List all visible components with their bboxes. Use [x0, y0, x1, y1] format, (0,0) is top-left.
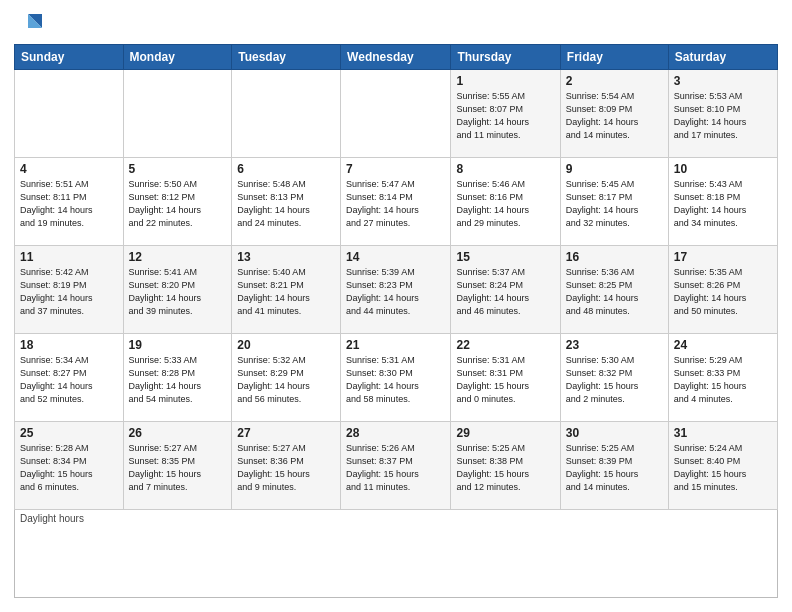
note-row: Daylight hours: [15, 510, 778, 598]
calendar-cell: 24Sunrise: 5:29 AM Sunset: 8:33 PM Dayli…: [668, 334, 777, 422]
calendar-cell: 8Sunrise: 5:46 AM Sunset: 8:16 PM Daylig…: [451, 158, 560, 246]
day-number: 3: [674, 74, 772, 88]
calendar-cell: 15Sunrise: 5:37 AM Sunset: 8:24 PM Dayli…: [451, 246, 560, 334]
calendar-cell: 30Sunrise: 5:25 AM Sunset: 8:39 PM Dayli…: [560, 422, 668, 510]
logo-icon: [18, 10, 46, 38]
calendar-cell: [341, 70, 451, 158]
day-number: 15: [456, 250, 554, 264]
calendar-header-friday: Friday: [560, 45, 668, 70]
calendar-cell: 9Sunrise: 5:45 AM Sunset: 8:17 PM Daylig…: [560, 158, 668, 246]
day-number: 13: [237, 250, 335, 264]
day-info: Sunrise: 5:26 AM Sunset: 8:37 PM Dayligh…: [346, 442, 445, 494]
day-info: Sunrise: 5:25 AM Sunset: 8:39 PM Dayligh…: [566, 442, 663, 494]
calendar-cell: 3Sunrise: 5:53 AM Sunset: 8:10 PM Daylig…: [668, 70, 777, 158]
calendar-cell: 19Sunrise: 5:33 AM Sunset: 8:28 PM Dayli…: [123, 334, 232, 422]
day-info: Sunrise: 5:24 AM Sunset: 8:40 PM Dayligh…: [674, 442, 772, 494]
calendar-week-4: 18Sunrise: 5:34 AM Sunset: 8:27 PM Dayli…: [15, 334, 778, 422]
calendar-cell: 22Sunrise: 5:31 AM Sunset: 8:31 PM Dayli…: [451, 334, 560, 422]
day-info: Sunrise: 5:31 AM Sunset: 8:31 PM Dayligh…: [456, 354, 554, 406]
day-info: Sunrise: 5:28 AM Sunset: 8:34 PM Dayligh…: [20, 442, 118, 494]
day-info: Sunrise: 5:34 AM Sunset: 8:27 PM Dayligh…: [20, 354, 118, 406]
day-number: 11: [20, 250, 118, 264]
day-number: 12: [129, 250, 227, 264]
day-number: 17: [674, 250, 772, 264]
day-info: Sunrise: 5:37 AM Sunset: 8:24 PM Dayligh…: [456, 266, 554, 318]
day-number: 9: [566, 162, 663, 176]
calendar-header-wednesday: Wednesday: [341, 45, 451, 70]
calendar-header-monday: Monday: [123, 45, 232, 70]
day-number: 4: [20, 162, 118, 176]
calendar-cell: 17Sunrise: 5:35 AM Sunset: 8:26 PM Dayli…: [668, 246, 777, 334]
day-number: 28: [346, 426, 445, 440]
day-info: Sunrise: 5:55 AM Sunset: 8:07 PM Dayligh…: [456, 90, 554, 142]
day-number: 5: [129, 162, 227, 176]
day-info: Sunrise: 5:31 AM Sunset: 8:30 PM Dayligh…: [346, 354, 445, 406]
day-info: Sunrise: 5:36 AM Sunset: 8:25 PM Dayligh…: [566, 266, 663, 318]
day-number: 27: [237, 426, 335, 440]
day-info: Sunrise: 5:47 AM Sunset: 8:14 PM Dayligh…: [346, 178, 445, 230]
calendar-cell: 4Sunrise: 5:51 AM Sunset: 8:11 PM Daylig…: [15, 158, 124, 246]
calendar-header-saturday: Saturday: [668, 45, 777, 70]
day-number: 16: [566, 250, 663, 264]
day-number: 31: [674, 426, 772, 440]
calendar-cell: 25Sunrise: 5:28 AM Sunset: 8:34 PM Dayli…: [15, 422, 124, 510]
day-info: Sunrise: 5:43 AM Sunset: 8:18 PM Dayligh…: [674, 178, 772, 230]
day-info: Sunrise: 5:27 AM Sunset: 8:35 PM Dayligh…: [129, 442, 227, 494]
calendar-cell: 27Sunrise: 5:27 AM Sunset: 8:36 PM Dayli…: [232, 422, 341, 510]
day-info: Sunrise: 5:50 AM Sunset: 8:12 PM Dayligh…: [129, 178, 227, 230]
calendar-cell: 23Sunrise: 5:30 AM Sunset: 8:32 PM Dayli…: [560, 334, 668, 422]
calendar-cell: 28Sunrise: 5:26 AM Sunset: 8:37 PM Dayli…: [341, 422, 451, 510]
calendar-header-sunday: Sunday: [15, 45, 124, 70]
day-number: 14: [346, 250, 445, 264]
day-info: Sunrise: 5:54 AM Sunset: 8:09 PM Dayligh…: [566, 90, 663, 142]
day-info: Sunrise: 5:48 AM Sunset: 8:13 PM Dayligh…: [237, 178, 335, 230]
calendar-cell: 21Sunrise: 5:31 AM Sunset: 8:30 PM Dayli…: [341, 334, 451, 422]
day-number: 1: [456, 74, 554, 88]
calendar-cell: 14Sunrise: 5:39 AM Sunset: 8:23 PM Dayli…: [341, 246, 451, 334]
calendar-cell: 31Sunrise: 5:24 AM Sunset: 8:40 PM Dayli…: [668, 422, 777, 510]
calendar-cell: 18Sunrise: 5:34 AM Sunset: 8:27 PM Dayli…: [15, 334, 124, 422]
calendar-table: SundayMondayTuesdayWednesdayThursdayFrid…: [14, 44, 778, 598]
calendar-week-3: 11Sunrise: 5:42 AM Sunset: 8:19 PM Dayli…: [15, 246, 778, 334]
day-number: 20: [237, 338, 335, 352]
day-info: Sunrise: 5:27 AM Sunset: 8:36 PM Dayligh…: [237, 442, 335, 494]
calendar-cell: [15, 70, 124, 158]
day-number: 24: [674, 338, 772, 352]
day-info: Sunrise: 5:35 AM Sunset: 8:26 PM Dayligh…: [674, 266, 772, 318]
day-info: Sunrise: 5:33 AM Sunset: 8:28 PM Dayligh…: [129, 354, 227, 406]
calendar-cell: 2Sunrise: 5:54 AM Sunset: 8:09 PM Daylig…: [560, 70, 668, 158]
day-info: Sunrise: 5:40 AM Sunset: 8:21 PM Dayligh…: [237, 266, 335, 318]
day-info: Sunrise: 5:29 AM Sunset: 8:33 PM Dayligh…: [674, 354, 772, 406]
day-number: 6: [237, 162, 335, 176]
calendar-cell: [232, 70, 341, 158]
day-number: 2: [566, 74, 663, 88]
calendar-header-thursday: Thursday: [451, 45, 560, 70]
day-number: 8: [456, 162, 554, 176]
calendar-week-1: 1Sunrise: 5:55 AM Sunset: 8:07 PM Daylig…: [15, 70, 778, 158]
day-info: Sunrise: 5:45 AM Sunset: 8:17 PM Dayligh…: [566, 178, 663, 230]
day-number: 7: [346, 162, 445, 176]
day-number: 26: [129, 426, 227, 440]
day-number: 22: [456, 338, 554, 352]
calendar-cell: 6Sunrise: 5:48 AM Sunset: 8:13 PM Daylig…: [232, 158, 341, 246]
calendar-cell: 16Sunrise: 5:36 AM Sunset: 8:25 PM Dayli…: [560, 246, 668, 334]
logo: [14, 10, 46, 38]
day-info: Sunrise: 5:41 AM Sunset: 8:20 PM Dayligh…: [129, 266, 227, 318]
day-number: 30: [566, 426, 663, 440]
page-container: SundayMondayTuesdayWednesdayThursdayFrid…: [0, 0, 792, 608]
day-info: Sunrise: 5:39 AM Sunset: 8:23 PM Dayligh…: [346, 266, 445, 318]
day-info: Sunrise: 5:53 AM Sunset: 8:10 PM Dayligh…: [674, 90, 772, 142]
calendar-week-2: 4Sunrise: 5:51 AM Sunset: 8:11 PM Daylig…: [15, 158, 778, 246]
calendar-cell: 1Sunrise: 5:55 AM Sunset: 8:07 PM Daylig…: [451, 70, 560, 158]
day-number: 19: [129, 338, 227, 352]
calendar-cell: 29Sunrise: 5:25 AM Sunset: 8:38 PM Dayli…: [451, 422, 560, 510]
note-cell: Daylight hours: [15, 510, 778, 598]
calendar-cell: 11Sunrise: 5:42 AM Sunset: 8:19 PM Dayli…: [15, 246, 124, 334]
day-info: Sunrise: 5:51 AM Sunset: 8:11 PM Dayligh…: [20, 178, 118, 230]
calendar-week-5: 25Sunrise: 5:28 AM Sunset: 8:34 PM Dayli…: [15, 422, 778, 510]
day-info: Sunrise: 5:42 AM Sunset: 8:19 PM Dayligh…: [20, 266, 118, 318]
day-info: Sunrise: 5:32 AM Sunset: 8:29 PM Dayligh…: [237, 354, 335, 406]
day-info: Sunrise: 5:46 AM Sunset: 8:16 PM Dayligh…: [456, 178, 554, 230]
calendar-cell: 10Sunrise: 5:43 AM Sunset: 8:18 PM Dayli…: [668, 158, 777, 246]
day-number: 21: [346, 338, 445, 352]
